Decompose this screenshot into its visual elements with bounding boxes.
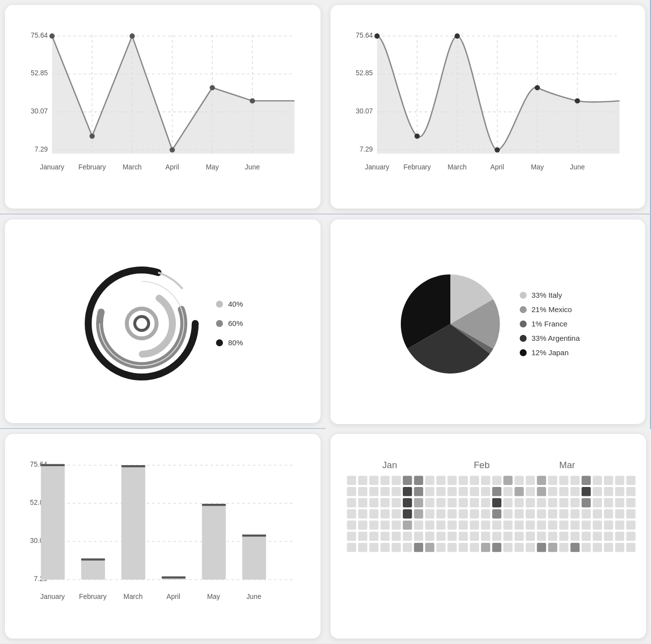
heatmap-cell [391,487,401,496]
heatmap-cell [436,543,446,552]
heatmap-label-mar: Mar [559,460,575,470]
heatmap-cell [347,532,356,541]
y-label-3: 30.07 [31,107,48,115]
legend-label-japan: 12% Japan [532,348,569,357]
smooth-point-jun [575,98,580,104]
heatmap-cell [369,509,379,519]
heatmap-cell [582,487,591,496]
card-bar-chart: 75.64 52.85 30.07 7.29 [5,434,321,639]
heatmap-cell [593,476,602,485]
donut-container: 40% 60% 80% [11,228,315,418]
heatmap-label-jan: Jan [382,460,397,470]
card-line-chart-smooth: 75.64 52.85 30.07 7.29 [330,5,645,209]
heatmap-cell [414,498,424,508]
heatmap-cell [481,498,490,508]
heatmap-cell [626,521,636,530]
heatmap-cell [515,476,524,485]
x-label-mar: March [448,163,467,171]
heatmap-cell [369,498,379,508]
smooth-point-jan [375,33,380,39]
x-label-jan: January [40,163,64,171]
legend-item-60: 60% [216,319,243,327]
card-donut-chart: 40% 60% 80% [5,219,321,423]
bar-x-feb: February [79,592,107,600]
line-chart-angular-container: 75.64 52.85 30.07 7.29 [11,14,315,204]
heatmap-cell [347,487,356,496]
heatmap-cell [369,543,379,552]
cell-heatmap: JanFebMar [326,429,651,644]
x-label-apr: April [490,163,504,171]
card-heatmap: JanFebMar [330,434,646,639]
heatmap-cell [570,521,580,530]
bar-jan [41,465,65,580]
heatmap-cell [515,543,524,552]
heatmap-cell [447,476,457,485]
smooth-point-apr [494,147,500,153]
heatmap-cell [604,476,613,485]
legend-item-japan: 12% Japan [520,348,580,357]
bar-mar-top [121,465,145,467]
bar-feb-top [81,558,105,560]
heatmap-cell [414,476,424,485]
heatmap-cell [559,487,569,496]
card-line-chart-angular: 75.64 52.85 30.07 7.29 [5,5,321,209]
legend-dot-40 [216,301,223,308]
y-label-3: 30.07 [356,107,373,115]
heatmap-cell [459,532,468,541]
heatmap-cell [559,543,569,552]
legend-dot-italy [520,292,527,299]
heatmap-cell [369,532,379,541]
heatmap-cell [526,487,535,496]
heatmap-cell [403,498,412,508]
heatmap-cell [436,487,446,496]
heatmap-cell [358,476,368,485]
heatmap-cell [447,543,457,552]
heatmap-cell [459,509,468,519]
heatmap-cell [380,498,390,508]
heatmap-cell [559,476,569,485]
legend-dot-60 [216,320,223,327]
x-label-jun: June [245,163,260,171]
heatmap-cell [515,532,524,541]
heatmap-cell [414,543,424,552]
heatmap-cell [515,498,524,508]
heatmap-cell [548,487,557,496]
heatmap-cell [347,476,356,485]
heatmap-cell [369,476,379,485]
heatmap-cell [436,521,446,530]
heatmap-cell [358,521,368,530]
legend-label-france: 1% France [532,320,568,328]
line-chart-angular-svg: 75.64 52.85 30.07 7.29 [11,14,315,204]
legend-dot-argentina [520,335,527,342]
heatmap-cell [492,543,501,552]
heatmap-cell [403,487,412,496]
heatmap-cell [582,476,591,485]
heatmap-cell [459,476,468,485]
heatmap-cell [391,532,401,541]
heatmap-cell [626,532,636,541]
heatmap-label-feb: Feb [474,460,489,470]
data-point-mar [129,33,135,39]
smooth-point-mar [454,33,460,39]
heatmap-cell [459,543,468,552]
heatmap-cell [503,498,513,508]
bar-may-top [202,504,226,506]
legend-label-60: 60% [228,319,243,327]
heatmap-cell [470,543,479,552]
bar-x-may: May [207,592,220,600]
heatmap-cell [380,476,390,485]
legend-dot-france [520,321,527,327]
heatmap-cell [604,498,613,508]
y-label-1: 75.64 [31,31,48,39]
legend-item-mexico: 21% Mexico [520,305,580,314]
heatmap-cell [570,509,580,519]
heatmap-cell [548,521,557,530]
heatmap-cell [548,509,557,519]
heatmap-cell [459,521,468,530]
heatmap-cell [403,521,412,530]
heatmap-cell [425,476,434,485]
heatmap-cell [347,498,356,508]
smooth-point-may [535,85,540,91]
heatmap-cell [391,498,401,508]
heatmap-cell [503,509,513,519]
